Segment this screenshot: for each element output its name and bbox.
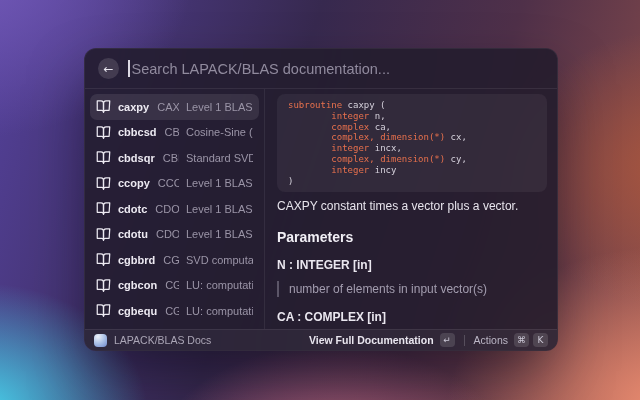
result-row-cbbcsd[interactable]: cbbcsdCBBC...Cosine-Sine (... xyxy=(90,120,259,146)
result-category: Level 1 BLAS:... xyxy=(186,101,253,113)
result-row-cbdsqr[interactable]: cbdsqrCBDS...Standard SVD... xyxy=(90,145,259,171)
book-open-icon xyxy=(96,278,111,293)
result-name: cdotu xyxy=(118,228,148,240)
result-fullname: CGBBR... xyxy=(163,254,179,266)
code-line: ) xyxy=(288,176,536,187)
code-line: subroutine caxpy ( xyxy=(288,100,536,111)
view-full-documentation-label: View Full Documentation xyxy=(309,334,434,346)
result-row-cgbbrd[interactable]: cgbbrdCGBBR...SVD computa... xyxy=(90,247,259,273)
result-name: cgbcon xyxy=(118,279,157,291)
book-open-icon xyxy=(96,176,111,191)
search-input[interactable] xyxy=(132,61,545,77)
result-row-cdotu[interactable]: cdotuCDOTU...Level 1 BLAS:... xyxy=(90,222,259,248)
return-key-badge: ↵ xyxy=(440,333,455,347)
code-line: complex ca, xyxy=(288,122,536,133)
result-fullname: CDOTU... xyxy=(156,228,179,240)
code-line: integer incy xyxy=(288,165,536,176)
parameter-description: number of elements in input vector(s) xyxy=(277,281,547,297)
result-fullname: CGBE... xyxy=(165,305,179,317)
app-icon xyxy=(94,334,107,347)
routine-description: CAXPY constant times a vector plus a vec… xyxy=(277,199,547,213)
result-name: cdotc xyxy=(118,203,147,215)
result-category: Cosine-Sine (... xyxy=(186,126,253,138)
k-key-badge: K xyxy=(533,333,548,347)
parameter-name: CA : COMPLEX [in] xyxy=(277,310,547,324)
command-key-badge: ⌘ xyxy=(514,333,529,347)
book-open-icon xyxy=(96,201,111,216)
back-arrow-icon: ← xyxy=(103,63,113,75)
result-name: cgbequ xyxy=(118,305,157,317)
actions-key-badges: ⌘K xyxy=(514,333,548,347)
result-name: cgbbrd xyxy=(118,254,155,266)
back-button[interactable]: ← xyxy=(98,58,119,79)
book-open-icon xyxy=(96,150,111,165)
detail-panel: subroutine caxpy ( integer n, complex ca… xyxy=(265,89,557,329)
search-header: ← xyxy=(85,49,557,89)
result-name: cbdsqr xyxy=(118,152,155,164)
result-category: SVD computa... xyxy=(186,254,253,266)
text-caret xyxy=(128,60,130,77)
result-row-cgbcon[interactable]: cgbconCGBC...LU: computati... xyxy=(90,273,259,299)
book-open-icon xyxy=(96,125,111,140)
result-fullname: CBDS... xyxy=(163,152,179,164)
result-name: cbbcsd xyxy=(118,126,157,138)
results-list: caxpyCAXPY...Level 1 BLAS:... cbbcsdCBBC… xyxy=(85,89,265,329)
result-category: LU: computati... xyxy=(186,279,253,291)
actions-button[interactable]: Actions ⌘K xyxy=(474,333,548,347)
book-open-icon xyxy=(96,303,111,318)
app-name: LAPACK/BLAS Docs xyxy=(114,334,211,346)
result-row-caxpy[interactable]: caxpyCAXPY...Level 1 BLAS:... xyxy=(90,94,259,120)
code-line: complex, dimension(*) cy, xyxy=(288,154,536,165)
result-category: Level 1 BLAS:... xyxy=(186,228,253,240)
footer-actions: View Full Documentation ↵ Actions ⌘K xyxy=(309,333,548,347)
book-open-icon xyxy=(96,99,111,114)
code-line: integer incx, xyxy=(288,143,536,154)
view-full-documentation-button[interactable]: View Full Documentation ↵ xyxy=(309,333,455,347)
parameters-heading: Parameters xyxy=(277,229,547,245)
footer-bar: LAPACK/BLAS Docs View Full Documentation… xyxy=(85,329,557,350)
book-open-icon xyxy=(96,252,111,267)
result-category: Level 1 BLAS:... xyxy=(186,177,253,189)
result-fullname: CBBC... xyxy=(165,126,179,138)
result-fullname: CAXPY... xyxy=(157,101,179,113)
result-category: Standard SVD... xyxy=(186,152,253,164)
actions-label: Actions xyxy=(474,334,508,346)
result-fullname: CDOTC... xyxy=(155,203,179,215)
parameter-name: N : INTEGER [in] xyxy=(277,258,547,272)
content-area: caxpyCAXPY...Level 1 BLAS:... cbbcsdCBBC… xyxy=(85,89,557,329)
result-category: Level 1 BLAS:... xyxy=(186,203,253,215)
search-window: ← caxpyCAXPY...Level 1 BLAS:... cbbcsdCB… xyxy=(84,48,558,351)
footer-app: LAPACK/BLAS Docs xyxy=(94,334,211,347)
result-row-ccopy[interactable]: ccopyCCOPY...Level 1 BLAS:... xyxy=(90,171,259,197)
parameters-list: N : INTEGER [in]number of elements in in… xyxy=(277,258,547,329)
book-open-icon xyxy=(96,227,111,242)
result-row-cgbequ[interactable]: cgbequCGBE...LU: computati... xyxy=(90,298,259,324)
code-line: complex, dimension(*) cx, xyxy=(288,132,536,143)
footer-divider xyxy=(464,335,465,346)
result-fullname: CGBC... xyxy=(165,279,179,291)
code-block: subroutine caxpy ( integer n, complex ca… xyxy=(277,94,547,192)
code-line: integer n, xyxy=(288,111,536,122)
search-field-wrap xyxy=(128,60,544,77)
result-name: ccopy xyxy=(118,177,150,189)
result-name: caxpy xyxy=(118,101,149,113)
result-row-cdotc[interactable]: cdotcCDOTC...Level 1 BLAS:... xyxy=(90,196,259,222)
result-fullname: CCOPY... xyxy=(158,177,179,189)
result-category: LU: computati... xyxy=(186,305,253,317)
